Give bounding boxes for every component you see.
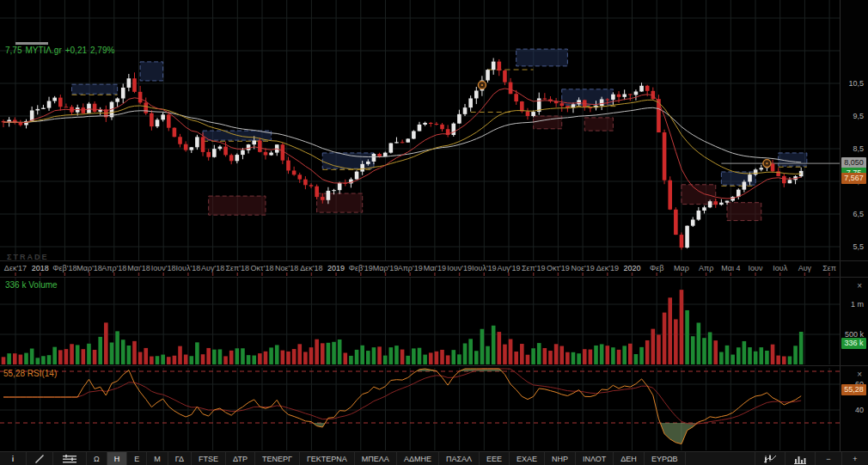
ticker-button-ΜΠΕΛΑ[interactable]: ΜΠΕΛΑ (355, 452, 397, 465)
time-axis-label[interactable]: Μαρ'18 (76, 264, 102, 272)
ticker-button-ΓΕΚΤΕΡΝΑ[interactable]: ΓΕΚΤΕΡΝΑ (300, 452, 355, 465)
time-axis-label[interactable]: Σεπ (822, 264, 836, 272)
ticker-button-ΝΗΡ[interactable]: ΝΗΡ (545, 452, 576, 465)
chart-canvas[interactable] (0, 0, 868, 451)
volume-bar (235, 348, 240, 364)
volume-bar (349, 356, 353, 364)
ticker-button-ΔΤΡ[interactable]: ΔΤΡ (226, 452, 255, 465)
timeframe-button-Μ[interactable]: Μ (147, 452, 168, 465)
volume-bar (366, 351, 370, 364)
scroll-indicator[interactable] (15, 42, 48, 45)
timeframe-button-Η[interactable]: Η (107, 452, 128, 465)
time-axis-label[interactable]: Δεκ'19 (596, 264, 619, 272)
volume-bar (622, 346, 627, 364)
volume-pane-close-icon[interactable]: × (857, 282, 862, 291)
time-axis-label[interactable]: Δεκ'17 (4, 264, 27, 272)
volume-bar (184, 355, 188, 364)
candle (223, 147, 228, 156)
ticker-button-FTSE[interactable]: FTSE (192, 452, 226, 465)
candle (269, 153, 273, 156)
time-axis-label[interactable]: Ιουν'19 (447, 264, 472, 272)
ticker-button-ΙΝΛΟΤ[interactable]: ΙΝΛΟΤ (576, 452, 614, 465)
volume-bar (565, 352, 570, 364)
time-axis-label[interactable]: Οκτ'18 (251, 264, 274, 272)
zoom-in-button[interactable]: + (841, 452, 868, 465)
volume-bar (474, 351, 479, 364)
info-button[interactable]: i (0, 452, 27, 465)
time-axis-label[interactable]: Αυγ'19 (497, 264, 520, 272)
volume-bar (537, 343, 541, 364)
volume-bar (383, 356, 388, 364)
volume-bar (156, 356, 160, 364)
time-axis-label[interactable]: Νοε'18 (275, 264, 298, 272)
ticker-button-ΠΑΣΑΛ[interactable]: ΠΑΣΑΛ (439, 452, 480, 465)
candle (423, 123, 427, 125)
time-axis-label[interactable]: Ιουλ'19 (472, 264, 497, 272)
time-axis-label[interactable]: Μαι'18 (127, 264, 150, 272)
candle (383, 153, 388, 156)
volume-bar (782, 357, 786, 364)
candle (167, 114, 171, 127)
time-axis-label[interactable]: Μαι 4 (721, 264, 740, 272)
time-axis-label[interactable]: Ιουν'18 (151, 264, 176, 272)
ticker-button-ΤΕΝΕΡΓ[interactable]: ΤΕΝΕΡΓ (255, 452, 300, 465)
time-axis-label[interactable]: Ιουλ'18 (176, 264, 201, 272)
candle (509, 83, 513, 95)
candle (309, 185, 314, 186)
candle (173, 128, 177, 138)
ticker-button-ΕΥΡΩΒ[interactable]: ΕΥΡΩΒ (645, 452, 686, 465)
timeframe-button-Ε[interactable]: Ε (127, 452, 147, 465)
time-axis-label[interactable]: Φεβ'18 (52, 264, 76, 272)
ticker-button-ΓΔ[interactable]: ΓΔ (168, 452, 192, 465)
volume-bar (429, 352, 433, 364)
change-pct-text: 2,79% (90, 46, 114, 55)
ticker-button-ΑΔΜΗΕ[interactable]: ΑΔΜΗΕ (397, 452, 439, 465)
time-axis-label[interactable]: Απρ'19 (398, 264, 423, 272)
indicators-button[interactable] (53, 452, 87, 465)
time-axis-label[interactable]: 2018 (32, 264, 49, 272)
chart-type-button[interactable] (755, 452, 785, 465)
candle (782, 176, 786, 183)
trendline-tool-button[interactable] (27, 452, 53, 465)
candle (35, 109, 40, 111)
candle (754, 169, 758, 174)
volume-toggle-button[interactable] (785, 452, 815, 465)
volume-bar (303, 352, 308, 364)
volume-bar (189, 356, 193, 364)
volume-bar (526, 355, 530, 364)
time-axis-label[interactable]: Αυγ (798, 264, 811, 272)
time-axis-label[interactable]: Απρ (699, 264, 713, 272)
time-axis-label[interactable]: Σεπ'19 (522, 264, 546, 272)
time-axis-label[interactable]: Φεβ'19 (349, 264, 373, 272)
zoom-out-button[interactable]: − (815, 452, 841, 465)
volume-bar (275, 345, 279, 364)
time-axis-label[interactable]: Ιουν (749, 264, 763, 272)
time-axis-label[interactable]: Σεπ'18 (226, 264, 250, 272)
time-axis-label[interactable]: Οκτ'19 (547, 264, 570, 272)
rsi-pane-close-icon[interactable]: × (857, 370, 862, 379)
volume-bar (559, 346, 564, 364)
volume-bar (223, 356, 228, 364)
time-axis-label[interactable]: Δεκ'18 (300, 264, 322, 272)
timeframe-button-Ω[interactable]: Ω (87, 452, 107, 465)
candle (206, 152, 211, 157)
volume-bar (104, 322, 108, 364)
time-axis-label[interactable]: 2020 (623, 264, 640, 272)
volume-bar (7, 353, 11, 364)
time-axis-label[interactable]: Αυγ'18 (201, 264, 224, 272)
time-axis-label[interactable]: Απρ'18 (101, 264, 126, 272)
time-axis-label[interactable]: Ιουλ (773, 264, 787, 272)
volume-bar (730, 355, 735, 364)
time-axis-label[interactable]: Νοε'19 (571, 264, 594, 272)
ticker-button-ΕΕΕ[interactable]: ΕΕΕ (480, 452, 510, 465)
time-axis-label[interactable]: 2019 (327, 264, 345, 272)
candle (730, 197, 735, 201)
ticker-button-ΔΕΗ[interactable]: ΔΕΗ (614, 452, 645, 465)
time-axis-label[interactable]: Μαι'19 (424, 264, 446, 272)
time-axis-label[interactable]: Μαρ'19 (373, 264, 399, 272)
time-axis-label[interactable]: Μαρ (674, 264, 689, 272)
volume-bars-icon (793, 454, 807, 464)
time-axis-label[interactable]: Φεβ (650, 264, 663, 272)
ticker-button-ΕΧΑΕ[interactable]: ΕΧΑΕ (510, 452, 545, 465)
candle (355, 172, 359, 180)
